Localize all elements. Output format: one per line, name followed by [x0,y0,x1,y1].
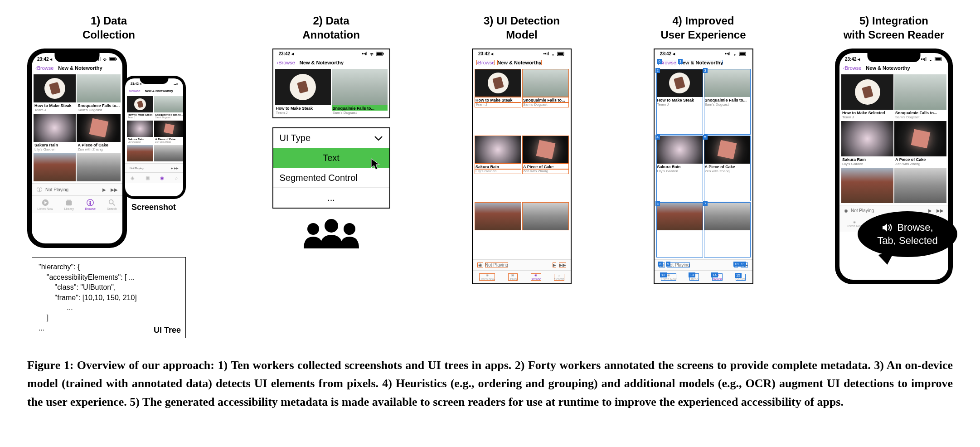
cell-steak[interactable]: How to Make SteakTeam J [275,69,331,116]
dropdown-more[interactable]: ... [273,188,389,208]
cursor-icon [370,158,380,170]
figure-row: 1) Data Collection 23:42 ◂ ••ıl ‹Browse [27,14,953,338]
nav-bar: ‹Browse New & Noteworthy [473,58,571,67]
back-button[interactable]: ‹Browse [129,89,141,92]
nav-title: New & Noteworthy [145,89,173,92]
now-playing-bar[interactable]: Not Playing▶ ▶▶ [125,163,183,172]
group-cell[interactable]: 5A Piece of CakeZen with Zhang [704,136,751,201]
col-3: 3) UI Detection Model 23:42 ◂ ••ıl ‹Brow… [472,14,572,284]
detected-back[interactable]: ‹Browse [476,60,495,65]
tab-browse[interactable]: Browse [85,199,96,210]
svg-rect-7 [67,200,71,201]
podcast-grey-icon: ◉ [844,208,848,213]
detection-screen: 23:42 ◂ ••ıl ‹Browse New & Noteworthy Ho… [472,49,572,284]
detected-tab[interactable]: ◉Listen Now [479,273,495,281]
group-cell[interactable]: 6 [656,202,703,258]
cell-steak-selected[interactable]: How to Make SelectedTeam J [841,74,893,120]
wifi-icon [550,52,556,56]
svg-rect-21 [739,53,745,55]
group-cell[interactable]: 4Sakura RainLily's Garden [656,136,703,201]
detected-tab[interactable]: ◉Browse [531,273,541,281]
ui-tree-content: "hierarchy": { "accessibilityElements": … [39,262,179,333]
caption-prefix: Figure 1: Overview of our approach: [27,359,218,372]
group-back[interactable]: 0‹Browse [658,60,676,65]
now-playing-label: Not Playing [45,187,68,192]
detected-tab[interactable]: ▣Library [508,273,518,281]
detected-tab[interactable]: ⌕Search [554,274,564,281]
group-text: 9Not Playing [667,262,690,267]
play-icon[interactable]: ▶ [102,187,106,192]
svg-point-10 [109,200,113,204]
cell-falls[interactable]: Snoqualmie Falls to...Sam's Dogcast [77,74,121,113]
cell-cake[interactable]: A Piece of CakeZen with Zhang [894,121,946,167]
detected-image[interactable] [522,69,569,97]
dropdown-option-segmented[interactable]: Segmented Control [273,168,389,188]
phone-screen-small: 23:42 ◂••ıl ‹Browse New & Noteworthy How… [125,78,183,196]
phone-screen: 23:42 ◂ ••ıl ‹Browse New & Noteworthy Ho… [32,53,122,243]
group-fwd[interactable]: 11▶▶ [741,262,748,267]
cell-sakura[interactable]: Sakura RainLily's Garden [127,121,153,144]
group-cell[interactable]: 2How to Make SteakTeam J [656,69,703,135]
col-4: 4) Improved User Experience 23:42 ◂ ••ıl… [654,14,753,284]
svg-line-11 [112,204,115,206]
group-cell[interactable]: 3Snoqualmie Falls to...Sam's Dogcast [704,69,751,135]
now-playing-bar[interactable]: 8◉9Not Playing 10▶11▶▶ [655,259,752,270]
cell-sakura[interactable]: Sakura RainLily's Garden [841,121,893,167]
back-label: Browse [37,65,54,71]
header-4: 4) Improved User Experience [660,14,746,42]
tab-search[interactable]: Search [107,199,116,210]
detected-text: Snoqualmie Falls to... [522,97,569,102]
svg-point-17 [344,223,355,235]
detected-fwd[interactable]: ▶▶ [559,262,566,267]
cell-tree2[interactable] [77,153,121,181]
bubble-line1: Browse, [897,221,933,234]
tab-library[interactable]: Library [64,199,74,210]
dropdown-option-text[interactable]: Text [273,148,389,168]
group-tab[interactable]: 12◉Listen Now [661,273,677,281]
cell-tree1[interactable] [34,153,76,181]
tab-bar: ◉Listen Now ▣Library ◉Browse ⌕Search [473,270,571,283]
group-tab[interactable]: 14◉Browse [712,273,723,281]
group-tab[interactable]: 13▣Library [689,273,699,281]
screenshot-label: Screenshot [131,203,176,212]
svg-rect-1 [110,58,115,61]
cell-steak[interactable]: How to Make SteakTeam J [127,96,153,120]
col-1: 1) Data Collection 23:42 ◂ ••ıl ‹Browse [27,14,190,338]
nav-title: New & Noteworthy [58,65,102,71]
cell-cake[interactable]: A Piece of CakeZen with Zhang [154,121,183,144]
group-tab[interactable]: 15⌕Search [736,274,746,281]
tab-bar: ◉▣◉⌕ [125,172,183,183]
cell-falls[interactable]: Snoqualmie Falls to...Sam's Dogcast [154,96,183,120]
cell-cake[interactable]: A Piece of CakeZen with Zhang [77,114,121,152]
detected-play[interactable]: ▶ [553,262,556,267]
library-icon [65,199,73,207]
group-play[interactable]: 10▶ [734,262,738,267]
tab-listen[interactable]: Listen Now [37,199,53,210]
header-2: 2) Data Annotation [302,14,360,42]
detected-image[interactable] [522,136,569,164]
detected-image[interactable] [475,202,521,230]
nav-bar: ‹Browse New & Noteworthy [125,87,183,94]
back-button[interactable]: ‹Browse [843,65,861,71]
now-playing-bar[interactable]: ◉Not Playing ▶▶▶ [473,259,571,270]
detected-image[interactable] [522,202,569,230]
cell-falls[interactable]: Snoqualmie Falls to...Sam's Dogcast [894,74,946,120]
figure-caption: Figure 1: Overview of our approach: 1) T… [27,356,953,411]
tab-bar: 12◉Listen Now 13▣Library 14◉Browse 15⌕Se… [655,270,752,283]
detected-text: A Piece of Cake [522,164,569,169]
cell-steak[interactable]: How to Make SteakTeam J [34,74,76,113]
podcast-grid: How to Make SteakTeam J Snoqualmie Falls… [32,73,122,183]
dropdown-header[interactable]: UI Type [273,128,389,148]
ui-type-dropdown[interactable]: UI Type Text Segmented Control ... [272,127,390,209]
detected-image[interactable] [475,136,521,164]
detected-image[interactable] [475,69,521,97]
grouping-screen: 23:42 ◂ ••ıl 0‹Browse 1New & Noteworthy … [654,49,753,284]
fwd-icon[interactable]: ▶▶ [111,187,118,192]
group-cell[interactable]: 7 [704,202,751,258]
back-button[interactable]: ‹Browse [277,60,295,65]
svg-rect-6 [66,201,72,206]
now-playing-bar[interactable]: Not Playing ▶ ▶▶ [32,183,122,195]
back-button[interactable]: ‹Browse [35,65,53,71]
cell-falls[interactable]: Snoqualmie Falls to...Sam's Dogcast [332,69,388,116]
cell-sakura[interactable]: Sakura RainLily's Garden [34,114,76,152]
